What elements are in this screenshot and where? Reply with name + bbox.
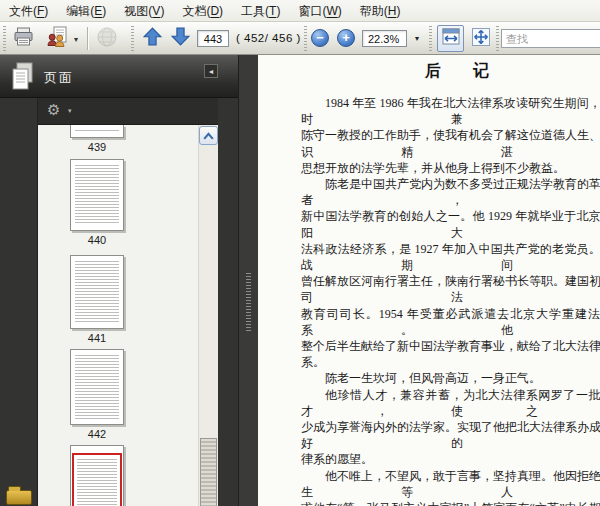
attachments-folder-icon[interactable] (6, 490, 32, 505)
send-collaborate-button[interactable] (43, 25, 71, 52)
thumbnail-label: 440 (60, 234, 134, 246)
send-dropdown-caret[interactable]: ▾ (74, 35, 78, 44)
send-collaborate-icon (46, 26, 68, 51)
thumbnail-content (75, 261, 119, 323)
text-line: 新中国法学教育的创始人之一。他 1929 年就毕业于北京朝阳大学 (301, 208, 600, 240)
splitter-grip-icon (246, 273, 251, 333)
page-thumbnail-441[interactable] (70, 255, 124, 329)
previous-page-button[interactable] (139, 25, 165, 52)
zoom-out-button[interactable]: − (311, 29, 329, 47)
previous-page-icon (143, 27, 162, 50)
menu-item-E[interactable]: 编辑(E) (57, 0, 115, 22)
next-page-button[interactable] (167, 25, 193, 52)
panel-options-row: ⚙ ▾ (38, 98, 218, 125)
chevron-up-icon (202, 127, 215, 145)
text-line: 法科政法经济系，是 1927 年加入中国共产党的老党员。抗战期间， (301, 241, 600, 273)
thumbnail-content (75, 130, 119, 132)
text-line: 1984 年至 1986 年我在北大法律系攻读研究生期间，同时兼任 (301, 95, 600, 127)
pages-icon (9, 61, 35, 96)
print-button[interactable] (9, 25, 37, 52)
fit-width-icon (441, 28, 461, 50)
text-line: 曾任解放区河南行署主任，陕南行署秘书长等职。建国初任司法部 (301, 273, 600, 305)
collapse-panel-button[interactable]: ◄ (204, 64, 218, 78)
document-title: 后 记 (301, 61, 600, 82)
print-icon (13, 27, 34, 50)
menu-item-H[interactable]: 帮助(H) (351, 0, 410, 22)
menu-item-F[interactable]: 文件(F) (0, 0, 57, 22)
text-line: 律系的愿望。 (301, 451, 600, 467)
pages-panel-header: 页面 ◄ (0, 55, 238, 98)
fit-width-button[interactable] (437, 25, 464, 52)
main-area: 页面 ◄ ⚙ ▾ 439440441442 后 记 1984 年至 (0, 55, 600, 506)
page-thumbnail-442[interactable] (70, 349, 124, 425)
text-line: 求他在“第一张马列主义大字报”上签字而在“文革”中长期遭受迫 (301, 500, 600, 506)
text-line: 他不唯上，不望风，敢于言事，坚持真理。他因拒绝康生等人要 (301, 468, 600, 500)
thumbnail-content (75, 165, 119, 225)
toolbar-grip[interactable] (3, 26, 6, 51)
page-thumbnail-439[interactable] (70, 125, 124, 138)
online-services-button (93, 25, 121, 52)
toolbar-grip[interactable] (429, 26, 432, 51)
gear-icon[interactable]: ⚙ (47, 101, 60, 119)
navigation-sidebar: 页面 ◄ ⚙ ▾ 439440441442 (0, 55, 238, 506)
toolbar-grip[interactable] (131, 26, 134, 51)
sidebar-splitter[interactable] (238, 55, 258, 506)
menu-item-W[interactable]: 窗口(W) (289, 0, 350, 22)
text-line: 整个后半生献给了新中国法学教育事业，献给了北大法律系。 (301, 338, 600, 370)
page-number-input[interactable] (197, 30, 229, 47)
fit-page-icon (471, 27, 491, 51)
pages-panel-title: 页面 (44, 69, 74, 87)
zoom-level-value[interactable]: 22.3% (362, 30, 407, 47)
zoom-in-button[interactable]: + (337, 29, 355, 47)
thumbnail-scrollbar[interactable] (198, 125, 218, 506)
panel-tab-strip (0, 98, 38, 506)
menu-item-D[interactable]: 文档(D) (173, 0, 232, 22)
text-line: 陈老是中国共产党内为数不多受过正规法学教育的革命者，是 (301, 176, 600, 208)
text-line: 思想开放的法学先辈，并从他身上得到不少教益。 (301, 160, 600, 176)
text-line: 他珍惜人才，兼容并蓄，为北大法律系网罗了一批人才，使之不 (301, 387, 600, 419)
text-line: 少成为享誉海内外的法学家。实现了他把北大法律系办成最好的法 (301, 419, 600, 451)
scroll-up-button[interactable] (199, 126, 218, 145)
text-line: 陈守一教授的工作助手，使我有机会了解这位道德人生、学识精湛、 (301, 127, 600, 159)
next-page-icon (171, 27, 190, 50)
search-input[interactable] (501, 29, 600, 48)
thumbnail-label: 442 (60, 428, 134, 440)
toolbar-grip[interactable] (496, 26, 499, 51)
page-count-label: ( 452/ 456 ) (236, 22, 301, 55)
zoom-dropdown-caret[interactable]: ▾ (410, 30, 424, 47)
thumbnail-label: 441 (60, 332, 134, 344)
page-thumbnail-443-current[interactable] (70, 445, 124, 506)
page-text: 1984 年至 1986 年我在北大法律系攻读研究生期间，同时兼任陈守一教授的工… (301, 95, 600, 506)
online-services-icon (96, 26, 118, 52)
text-line: 教育司司长。1954 年受董必武派遣去北京大学重建法律系。他把 (301, 306, 600, 338)
scrollbar-thumb[interactable] (200, 438, 217, 506)
toolbar-separator (87, 27, 88, 50)
page-thumbnail-440[interactable] (70, 159, 124, 231)
menu-item-V[interactable]: 视图(V) (115, 0, 173, 22)
menu-item-T[interactable]: 工具(T) (232, 0, 289, 22)
fit-page-button[interactable] (467, 25, 494, 52)
thumbnail-content (77, 459, 117, 506)
text-line: 陈老一生坎坷，但风骨高迈，一身正气。 (301, 370, 600, 386)
toolbar: ▾ ( 452/ 456 ) − + 22.3% ▾ (0, 22, 600, 55)
current-page-highlight (72, 453, 122, 506)
thumbnail-content (75, 355, 119, 419)
document-view: 后 记 1984 年至 1986 年我在北大法律系攻读研究生期间，同时兼任陈守一… (258, 55, 600, 506)
toolbar-grip[interactable] (304, 26, 307, 51)
thumbnail-label: 439 (60, 141, 134, 153)
menu-bar: 文件(F)编辑(E)视图(V)文档(D)工具(T)窗口(W)帮助(H) (0, 0, 600, 22)
gear-dropdown-caret[interactable]: ▾ (68, 107, 72, 115)
thumbnail-list: 439440441442 (38, 125, 218, 506)
